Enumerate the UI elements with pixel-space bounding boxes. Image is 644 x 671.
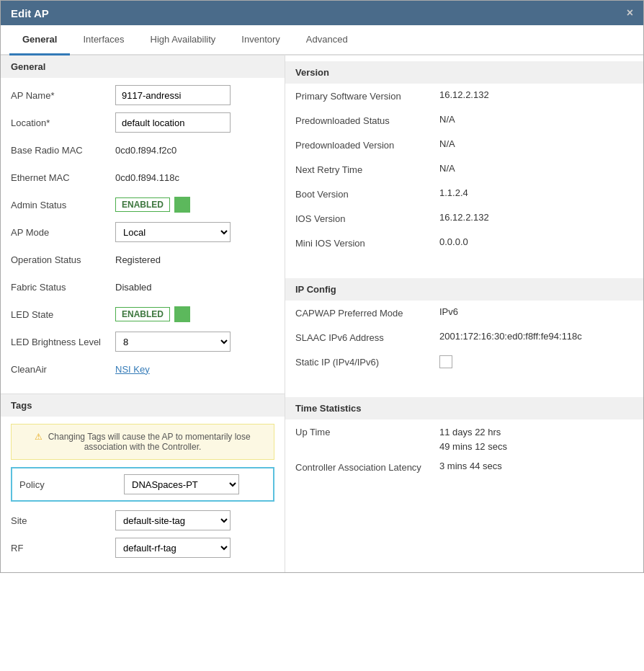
slaac-label: SLAAC IPv6 Address — [295, 331, 439, 343]
primary-software-row: Primary Software Version 16.12.2.132 — [285, 89, 643, 107]
capwap-label: CAPWAP Preferred Mode — [295, 306, 439, 319]
ios-version-label: IOS Version — [295, 212, 439, 224]
next-retry-time-label: Next Retry Time — [295, 163, 439, 175]
location-input[interactable] — [115, 112, 231, 133]
dialog-title: Edit AP — [11, 7, 49, 19]
policy-row: Policy DNASpaces-PT — [19, 474, 266, 494]
ethernet-mac-label: Ethernet MAC — [11, 172, 115, 183]
operation-status-value: Registered — [115, 254, 274, 265]
rf-select[interactable]: default-rf-tag — [115, 538, 231, 558]
tab-inventory[interactable]: Inventory — [228, 25, 292, 55]
fabric-status-value: Disabled — [115, 282, 274, 293]
admin-status-badge: ENABLED — [115, 197, 274, 213]
admin-status-field: ENABLED — [115, 197, 274, 213]
tab-interfaces[interactable]: Interfaces — [70, 25, 137, 55]
ios-version-value: 16.12.2.132 — [439, 212, 633, 223]
left-panel: General AP Name* Location* Base Radio MA… — [1, 55, 285, 572]
led-brightness-row: LED Brightness Level 8 1 2 3 4 5 6 7 — [11, 332, 274, 352]
static-ip-row: Static IP (IPv4/IPv6) — [285, 355, 643, 373]
predownloaded-version-label: Predownloaded Version — [295, 138, 439, 151]
policy-highlight-row: Policy DNASpaces-PT — [11, 467, 274, 502]
uptime-label: Up Time — [295, 425, 439, 437]
tab-bar: General Interfaces High Availability Inv… — [1, 25, 643, 55]
static-ip-checkbox[interactable] — [439, 355, 452, 368]
tab-high-availability[interactable]: High Availability — [138, 25, 229, 55]
ip-config-fields: CAPWAP Preferred Mode IPv6 SLAAC IPv6 Ad… — [285, 301, 643, 386]
cleanair-nsi-row: CleanAir NSI Key — [11, 359, 274, 379]
location-label: Location* — [11, 117, 115, 128]
predownloaded-version-row: Predownloaded Version N/A — [285, 138, 643, 156]
led-brightness-field[interactable]: 8 1 2 3 4 5 6 7 — [115, 332, 274, 352]
right-panel: Version Primary Software Version 16.12.2… — [285, 55, 643, 572]
static-ip-label: Static IP (IPv4/IPv6) — [295, 355, 439, 368]
edit-ap-dialog: Edit AP × General Interfaces High Availa… — [0, 0, 644, 573]
predownloaded-status-label: Predownloaded Status — [295, 114, 439, 126]
tags-section: Tags ⚠ Changing Tags will cause the AP t… — [1, 394, 285, 572]
site-label: Site — [11, 515, 115, 526]
next-retry-time-value: N/A — [439, 163, 633, 174]
tags-warning-box: ⚠ Changing Tags will cause the AP to mom… — [11, 424, 274, 460]
mini-ios-version-row: Mini IOS Version 0.0.0.0 — [285, 236, 643, 254]
admin-status-toggle[interactable] — [174, 197, 190, 213]
ap-name-field[interactable] — [115, 85, 274, 105]
operation-status-row: Operation Status Registered — [11, 249, 274, 270]
location-field[interactable] — [115, 112, 274, 133]
tab-advanced[interactable]: Advanced — [293, 25, 361, 55]
predownloaded-version-value: N/A — [439, 138, 633, 149]
tab-general[interactable]: General — [9, 25, 70, 55]
controller-latency-value: 3 mins 44 secs — [439, 461, 633, 471]
time-stats-section: Time Statistics Up Time 11 days 22 hrs49… — [285, 391, 643, 497]
site-rf-area: Site default-site-tag RF default-rf-tag — [1, 507, 285, 572]
version-fields: Primary Software Version 16.12.2.132 Pre… — [285, 84, 643, 267]
slaac-row: SLAAC IPv6 Address 2001:172:16:30:ed0:f8… — [285, 331, 643, 348]
ap-name-input[interactable] — [115, 85, 231, 105]
fabric-status-label: Fabric Status — [11, 282, 115, 293]
version-section-header: Version — [285, 61, 643, 84]
base-radio-mac-value: 0cd0.f894.f2c0 — [115, 145, 274, 156]
led-brightness-select[interactable]: 8 1 2 3 4 5 6 7 — [115, 332, 231, 352]
ethernet-mac-row: Ethernet MAC 0cd0.f894.118c — [11, 167, 274, 187]
led-state-toggle[interactable] — [174, 306, 190, 322]
rf-field[interactable]: default-rf-tag — [115, 538, 274, 558]
nsi-key-anchor[interactable]: NSI Key — [115, 364, 150, 375]
tags-section-header: Tags — [1, 394, 285, 417]
general-section-header: General — [1, 55, 285, 78]
dialog-header: Edit AP × — [1, 1, 643, 25]
primary-software-value: 16.12.2.132 — [439, 89, 633, 100]
ap-mode-field[interactable]: Local FlexConnect Monitor Sniffer — [115, 222, 274, 242]
site-select[interactable]: default-site-tag — [115, 510, 231, 530]
ap-name-row: AP Name* — [11, 85, 274, 105]
ip-config-section: IP Config CAPWAP Preferred Mode IPv6 SLA… — [285, 272, 643, 391]
fabric-status-row: Fabric Status Disabled — [11, 277, 274, 297]
mini-ios-version-value: 0.0.0.0 — [439, 236, 633, 247]
site-field[interactable]: default-site-tag — [115, 510, 274, 530]
uptime-row: Up Time 11 days 22 hrs49 mins 12 secs — [285, 425, 643, 453]
policy-select[interactable]: DNASpaces-PT — [124, 474, 239, 494]
predownloaded-status-row: Predownloaded Status N/A — [285, 114, 643, 131]
rf-row: RF default-rf-tag — [11, 538, 274, 558]
site-row: Site default-site-tag — [11, 510, 274, 530]
version-section: Version Primary Software Version 16.12.2… — [285, 55, 643, 272]
policy-label: Policy — [19, 479, 124, 490]
led-state-badge: ENABLED — [115, 306, 274, 322]
ethernet-mac-value: 0cd0.f894.118c — [115, 172, 274, 183]
ip-config-section-header: IP Config — [285, 278, 643, 301]
time-stats-fields: Up Time 11 days 22 hrs49 mins 12 secs Co… — [285, 419, 643, 491]
policy-field[interactable]: DNASpaces-PT — [124, 474, 266, 494]
capwap-value: IPv6 — [439, 306, 633, 317]
warning-icon: ⚠ — [35, 432, 43, 442]
nsi-key-link[interactable]: NSI Key — [115, 364, 274, 375]
ap-mode-select[interactable]: Local FlexConnect Monitor Sniffer — [115, 222, 231, 242]
boot-version-row: Boot Version 1.1.2.4 — [285, 187, 643, 205]
boot-version-value: 1.1.2.4 — [439, 187, 633, 198]
operation-status-label: Operation Status — [11, 254, 115, 265]
time-stats-section-header: Time Statistics — [285, 397, 643, 419]
close-button[interactable]: × — [627, 6, 633, 19]
admin-status-badge-text: ENABLED — [115, 197, 170, 212]
controller-latency-label: Controller Association Latency — [295, 461, 439, 473]
led-state-label: LED State — [11, 309, 115, 320]
admin-status-label: Admin Status — [11, 200, 115, 210]
ap-mode-label: AP Mode — [11, 227, 115, 238]
static-ip-value — [439, 355, 633, 368]
general-form: AP Name* Location* Base Radio MAC 0cd0.f… — [1, 78, 285, 394]
